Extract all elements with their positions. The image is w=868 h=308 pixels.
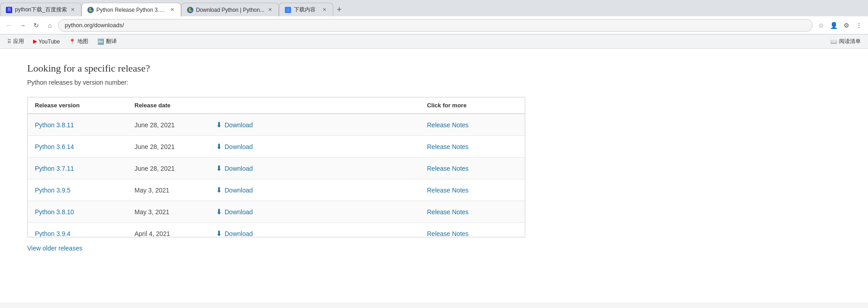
reading-mode-icon: 📖	[830, 38, 837, 45]
table-row: Python 3.9.4 April 4, 2021 ⬇ Download Re…	[28, 223, 525, 237]
tab-bar: 百 python下载_百度搜索 ✕ 🐍 Python Release Pytho…	[0, 0, 868, 16]
cell-date-0: June 28, 2021	[134, 121, 216, 129]
back-button[interactable]: ←	[4, 20, 14, 31]
bookmark-youtube[interactable]: ▶ YouTube	[29, 37, 63, 46]
tab-2-title: Python Release Python 3.8...	[96, 7, 167, 13]
cell-download-0[interactable]: ⬇ Download	[216, 120, 427, 129]
tab-4-favicon: ↓	[285, 7, 291, 13]
tab-1-close[interactable]: ✕	[70, 6, 76, 14]
header-download	[216, 102, 427, 109]
cell-download-2[interactable]: ⬇ Download	[216, 164, 427, 173]
forward-button[interactable]: →	[17, 20, 28, 31]
download-icon-0: ⬇	[216, 120, 222, 129]
cell-notes-1[interactable]: Release Notes	[427, 143, 518, 150]
download-icon-5: ⬇	[216, 229, 222, 237]
download-label-3: Download	[225, 187, 253, 194]
cell-version-4[interactable]: Python 3.8.10	[35, 208, 134, 216]
tab-1-favicon: 百	[6, 7, 12, 13]
reading-mode-label: 阅读清单	[839, 38, 861, 45]
releases-table-container[interactable]: Release version Release date Click for m…	[27, 97, 525, 237]
tab-1-title: python下载_百度搜索	[15, 6, 67, 14]
cell-notes-5[interactable]: Release Notes	[427, 230, 518, 237]
cell-notes-3[interactable]: Release Notes	[427, 187, 518, 194]
view-older-link[interactable]: View older releases	[27, 245, 82, 252]
url-bar[interactable]	[58, 19, 813, 32]
cell-download-3[interactable]: ⬇ Download	[216, 186, 427, 194]
translate-icon: 🔤	[97, 38, 104, 45]
page-heading: Looking for a specific release?	[27, 63, 841, 74]
account-icon[interactable]: 👤	[828, 20, 839, 31]
cell-download-4[interactable]: ⬇ Download	[216, 207, 427, 216]
star-icon[interactable]: ☆	[815, 20, 826, 31]
tab-4-title: 下载内容	[294, 6, 319, 14]
header-date: Release date	[134, 102, 216, 109]
cell-date-2: June 28, 2021	[134, 165, 216, 172]
cell-version-3[interactable]: Python 3.9.5	[35, 187, 134, 194]
cell-date-4: May 3, 2021	[134, 208, 216, 216]
download-icon-3: ⬇	[216, 186, 222, 194]
bookmark-translate-label: 翻译	[106, 38, 117, 45]
cell-date-1: June 28, 2021	[134, 143, 216, 150]
table-header: Release version Release date Click for m…	[28, 97, 525, 114]
reading-mode-button[interactable]: 📖 阅读清单	[827, 36, 864, 47]
download-label-1: Download	[225, 143, 253, 150]
home-button[interactable]: ⌂	[44, 20, 55, 31]
browser-chrome: 百 python下载_百度搜索 ✕ 🐍 Python Release Pytho…	[0, 0, 868, 49]
bookmarks-bar: ⠿ 应用 ▶ YouTube 📍 地图 🔤 翻译 📖 阅读清单	[0, 34, 868, 49]
table-row: Python 3.7.11 June 28, 2021 ⬇ Download R…	[28, 158, 525, 179]
address-bar: ← → ↻ ⌂ ☆ 👤 ⚙ ⋮	[0, 16, 868, 34]
tab-4-close[interactable]: ✕	[321, 6, 327, 14]
apps-icon: ⠿	[7, 38, 11, 45]
table-body: Python 3.8.11 June 28, 2021 ⬇ Download R…	[28, 114, 525, 237]
cell-download-1[interactable]: ⬇ Download	[216, 142, 427, 151]
table-row: Python 3.8.10 May 3, 2021 ⬇ Download Rel…	[28, 201, 525, 223]
address-bar-right: ☆ 👤 ⚙ ⋮	[815, 20, 864, 31]
tab-2-close[interactable]: ✕	[169, 6, 175, 14]
tab-4[interactable]: ↓ 下载内容 ✕	[279, 3, 333, 16]
youtube-icon: ▶	[33, 38, 37, 44]
tab-3-title: Download Python | Python...	[196, 7, 264, 13]
tab-1[interactable]: 百 python下载_百度搜索 ✕	[0, 3, 82, 16]
header-more: Click for more	[427, 102, 518, 109]
table-row: Python 3.8.11 June 28, 2021 ⬇ Download R…	[28, 114, 525, 136]
download-label-2: Download	[225, 165, 253, 172]
bookmark-maps[interactable]: 📍 地图	[65, 36, 92, 47]
table-row: Python 3.9.5 May 3, 2021 ⬇ Download Rele…	[28, 179, 525, 201]
cell-date-3: May 3, 2021	[134, 187, 216, 194]
cell-notes-0[interactable]: Release Notes	[427, 121, 518, 129]
settings-icon[interactable]: ⚙	[841, 20, 852, 31]
download-label-0: Download	[225, 121, 253, 129]
download-icon-4: ⬇	[216, 207, 222, 216]
tab-3[interactable]: 🐍 Download Python | Python... ✕	[181, 3, 279, 16]
bookmark-youtube-label: YouTube	[38, 38, 60, 45]
menu-icon[interactable]: ⋮	[854, 20, 864, 31]
cell-version-0[interactable]: Python 3.8.11	[35, 121, 134, 129]
cell-download-5[interactable]: ⬇ Download	[216, 229, 427, 237]
maps-icon: 📍	[69, 38, 76, 45]
cell-version-5[interactable]: Python 3.9.4	[35, 230, 134, 237]
bookmark-apps-label: 应用	[13, 38, 24, 45]
download-icon-2: ⬇	[216, 164, 222, 173]
cell-version-1[interactable]: Python 3.6.14	[35, 143, 134, 150]
download-label-5: Download	[225, 230, 253, 237]
page-subheading: Python releases by version number:	[27, 79, 841, 86]
table-row: Python 3.6.14 June 28, 2021 ⬇ Download R…	[28, 136, 525, 158]
bookmark-maps-label: 地图	[77, 38, 88, 45]
cell-notes-4[interactable]: Release Notes	[427, 208, 518, 216]
tab-3-favicon: 🐍	[187, 7, 193, 13]
cell-notes-2[interactable]: Release Notes	[427, 165, 518, 172]
bookmark-apps[interactable]: ⠿ 应用	[4, 36, 28, 47]
new-tab-button[interactable]: +	[333, 3, 345, 16]
tab-2-favicon: 🐍	[87, 7, 94, 13]
header-version: Release version	[35, 102, 134, 109]
bookmark-translate[interactable]: 🔤 翻译	[94, 36, 120, 47]
tab-3-close[interactable]: ✕	[267, 6, 273, 14]
refresh-button[interactable]: ↻	[31, 20, 42, 31]
cell-date-5: April 4, 2021	[134, 230, 216, 237]
tab-2[interactable]: 🐍 Python Release Python 3.8... ✕	[82, 3, 181, 16]
cell-version-2[interactable]: Python 3.7.11	[35, 165, 134, 172]
download-label-4: Download	[225, 208, 253, 216]
download-icon-1: ⬇	[216, 142, 222, 151]
page-content: Looking for a specific release? Python r…	[0, 49, 868, 303]
